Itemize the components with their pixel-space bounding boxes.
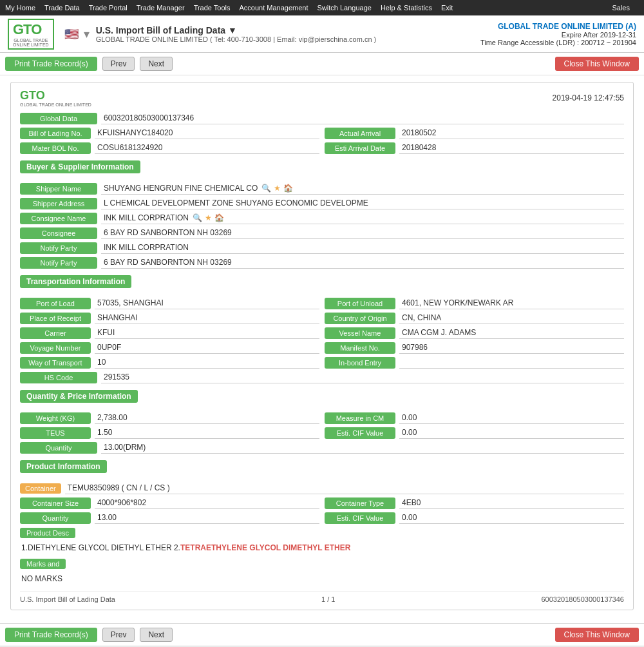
cif-value: 0.00 — [399, 427, 624, 439]
qty2-cif2-row: Quantity 13.00 Esti. CIF Value 0.00 — [20, 512, 624, 524]
marks-label: Marks and — [20, 559, 66, 569]
container-value: TEMU8350989 ( CN / L / CS ) — [65, 482, 624, 494]
logo-box: GTO GLOBAL TRADEONLINE LIMITED — [8, 19, 54, 50]
product-desc-text: 1.DIETHYLENE GLYCOL DIETHYL ETHER 2.TETR… — [20, 541, 624, 555]
transport-col: Way of Transport 10 — [20, 356, 319, 369]
card-logo-sub: GLOBAL TRADE ONLINE LIMITED — [20, 102, 91, 107]
next-button-top[interactable]: Next — [140, 57, 173, 71]
prev-button-bottom[interactable]: Prev — [102, 628, 135, 642]
consignee-home-icon[interactable]: 🏠 — [214, 213, 224, 222]
shipper-address-label: Shipper Address — [20, 198, 97, 209]
weight-value: 2,738.00 — [95, 412, 319, 424]
logo-subtitle: GLOBAL TRADEONLINE LIMITED — [13, 38, 49, 47]
shipper-search-icon[interactable]: 🔍 — [261, 184, 271, 193]
container-size-label: Container Size — [20, 497, 91, 509]
consignee-name-icons: 🔍 ★ 🏠 — [193, 213, 224, 222]
print-button-top[interactable]: Print Trade Record(s) — [5, 57, 97, 71]
page-title: U.S. Import Bill of Lading Data ▼ — [96, 25, 480, 35]
port-row: Port of Load 57035, SHANGHAI Port of Unl… — [20, 297, 624, 309]
product-desc-part2: TETRAETHYLENE GLYCOL DIMETHYL ETHER — [180, 543, 350, 552]
header-bar: GTO GLOBAL TRADEONLINE LIMITED 🇺🇸 ▾ U.S.… — [0, 15, 644, 53]
port-load-col: Port of Load 57035, SHANGHAI — [20, 297, 319, 309]
esti-arrival-value: 20180428 — [399, 142, 624, 154]
voyage-manifest-row: Voyage Number 0UP0F Manifest No. 907986 — [20, 342, 624, 354]
consignee-value: 6 BAY RD SANBORNTON NH 03269 — [101, 227, 624, 239]
inbond-col: In-bond Entry — [325, 356, 624, 369]
global-data-row: Global Data 600320180503000137346 — [20, 112, 624, 124]
notify-party2-value: 6 BAY RD SANBORNTON NH 03269 — [101, 256, 624, 269]
header-right: GLOBAL TRADE ONLINE LIMITED (A) Expire A… — [480, 22, 636, 46]
esti-arrival-col: Esti Arrival Date 20180428 — [325, 142, 624, 154]
container-size-col: Container Size 4000*906*802 — [20, 497, 319, 509]
quantity-label: Quantity — [20, 442, 97, 454]
inbond-label: In-bond Entry — [325, 357, 395, 369]
manifest-value: 907986 — [399, 342, 624, 354]
record-footer-page: 1 / 1 — [321, 595, 335, 603]
transport-label: Way of Transport — [20, 357, 91, 369]
consignee-star-icon[interactable]: ★ — [205, 213, 212, 222]
shipper-name-row: Shipper Name SHUYANG HENGRUN FINE CHEMIC… — [20, 182, 624, 195]
consignee-name-text: INK MILL CORPRATION — [104, 213, 189, 222]
manifest-col: Manifest No. 907986 — [325, 342, 624, 354]
hs-code-value: 291535 — [101, 371, 624, 383]
shipper-star-icon[interactable]: ★ — [274, 184, 281, 193]
nav-trade-data[interactable]: Trade Data — [44, 4, 80, 12]
nav-trade-manager[interactable]: Trade Manager — [137, 4, 185, 12]
mater-bol-value: COSU6181324920 — [95, 142, 319, 154]
cif-label: Esti. CIF Value — [325, 427, 395, 439]
consignee-name-value-area: INK MILL CORPRATION 🔍 ★ 🏠 — [101, 212, 624, 224]
bol-arrival-row: Bill of Lading No. KFUISHANYC184020 Actu… — [20, 127, 624, 139]
shipper-home-icon[interactable]: 🏠 — [283, 184, 293, 193]
vessel-col: Vessel Name CMA CGM J. ADAMS — [325, 327, 624, 339]
actual-arrival-col: Actual Arrival 20180502 — [325, 127, 624, 139]
teus-cif-row: TEUS 1.50 Esti. CIF Value 0.00 — [20, 427, 624, 439]
notify-party-label: Notify Party — [20, 242, 97, 254]
expire-date: Expire After 2019-12-31 — [480, 31, 636, 39]
nav-sales[interactable]: Sales — [612, 4, 630, 12]
card-header: GTO GLOBAL TRADE ONLINE LIMITED 2019-04-… — [20, 89, 624, 107]
quantity-row: Quantity 13.00(DRM) — [20, 441, 624, 454]
container-size-value: 4000*906*802 — [95, 497, 319, 509]
mater-bol-col: Mater BOL No. COSU6181324920 — [20, 142, 319, 154]
prev-button-top[interactable]: Prev — [102, 57, 135, 71]
teus-label: TEUS — [20, 427, 91, 439]
nav-exit[interactable]: Exit — [441, 4, 453, 12]
nav-account-management[interactable]: Account Management — [240, 4, 308, 12]
consignee-row: Consignee 6 BAY RD SANBORNTON NH 03269 — [20, 227, 624, 239]
inbond-value — [399, 357, 624, 369]
teus-col: TEUS 1.50 — [20, 427, 319, 439]
measure-label: Measure in CM — [325, 412, 395, 424]
notify-party-row: Notify Party INK MILL CORPRATION — [20, 242, 624, 254]
quantity-section-header: Quantity & Price Information — [20, 390, 138, 403]
receipt-label: Place of Receipt — [20, 313, 91, 324]
port-unload-value: 4601, NEW YORK/NEWARK AR — [399, 297, 624, 309]
print-button-bottom[interactable]: Print Trade Record(s) — [5, 628, 97, 642]
nav-help-statistics[interactable]: Help & Statistics — [381, 4, 432, 12]
nav-trade-tools[interactable]: Trade Tools — [194, 4, 231, 12]
dropdown-arrow-icon[interactable]: ▾ — [84, 27, 90, 41]
nav-switch-language[interactable]: Switch Language — [317, 4, 372, 12]
time-range: Time Range Accessible (LDR) : 200712 ~ 2… — [480, 39, 636, 46]
record-footer-left: U.S. Import Bill of Lading Data — [20, 595, 115, 603]
manifest-label: Manifest No. — [325, 342, 395, 354]
nav-my-home[interactable]: My Home — [5, 4, 35, 12]
consignee-name-row: Consignee Name INK MILL CORPRATION 🔍 ★ 🏠 — [20, 212, 624, 224]
cif-col: Esti. CIF Value 0.00 — [325, 427, 624, 439]
top-navigation: My Home Trade Data Trade Portal Trade Ma… — [0, 0, 644, 15]
container-type-value: 4EB0 — [399, 497, 624, 509]
record-datetime: 2019-04-19 12:47:55 — [553, 93, 624, 102]
next-button-bottom[interactable]: Next — [140, 628, 173, 642]
receipt-col: Place of Receipt SHANGHAI — [20, 312, 319, 324]
close-button-bottom[interactable]: Close This Window — [555, 628, 639, 642]
notify-party2-label: Notify Party — [20, 257, 97, 269]
cif2-col: Esti. CIF Value 0.00 — [325, 512, 624, 524]
close-button-top[interactable]: Close This Window — [555, 57, 639, 71]
consignee-search-icon[interactable]: 🔍 — [193, 213, 202, 222]
transport-inbond-row: Way of Transport 10 In-bond Entry — [20, 356, 624, 369]
bol-label: Bill of Lading No. — [20, 128, 91, 139]
product-section-header: Product Information — [20, 460, 107, 473]
nav-trade-portal[interactable]: Trade Portal — [89, 4, 128, 12]
vessel-value: CMA CGM J. ADAMS — [399, 327, 624, 339]
carrier-vessel-row: Carrier KFUI Vessel Name CMA CGM J. ADAM… — [20, 327, 624, 339]
toolbar-top: Print Trade Record(s) Prev Next Close Th… — [0, 53, 644, 75]
